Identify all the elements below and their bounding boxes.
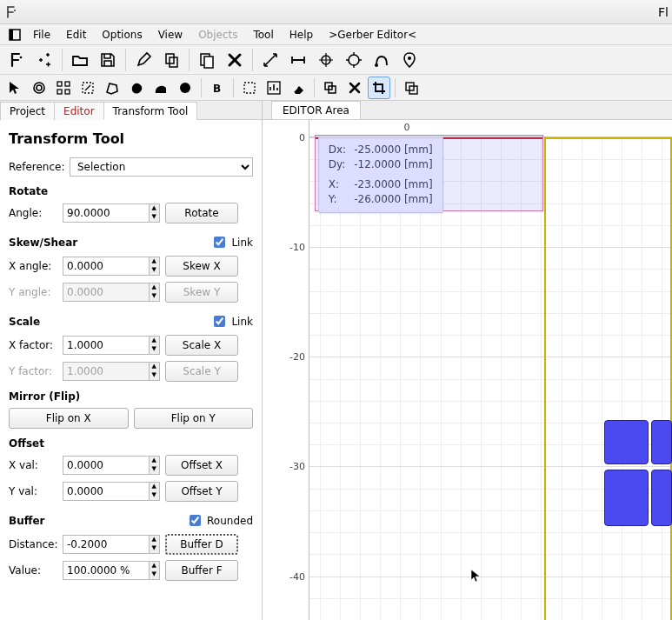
menu-options[interactable]: Options <box>95 26 149 43</box>
offset-title: Offset <box>9 437 253 450</box>
buffer-dist-input[interactable] <box>63 535 150 554</box>
coordinates-tooltip: Dx:-25.0000 [mm]Dy:-12.0000 [mm]X:-23.00… <box>318 137 443 213</box>
open-icon[interactable] <box>67 47 93 73</box>
locate-icon[interactable] <box>396 47 422 73</box>
svg-rect-2 <box>10 30 13 40</box>
svg-point-0 <box>14 10 16 11</box>
scale-link-check[interactable]: Link <box>210 313 253 330</box>
svg-rect-7 <box>204 57 213 68</box>
semicircle-icon[interactable] <box>150 77 172 99</box>
origin-icon[interactable] <box>313 47 339 73</box>
copy-icon[interactable] <box>158 47 184 73</box>
menu-tool[interactable]: Tool <box>246 26 280 43</box>
right-tabstrip: EDITOR Area <box>263 101 672 120</box>
buffer-d-button[interactable]: Buffer D <box>165 534 238 555</box>
menubar: File Edit Options View Objects Tool Help… <box>0 24 672 45</box>
polygon-icon[interactable] <box>101 77 123 99</box>
canvas[interactable]: 0-10-20-30-40 0 Dx:-25.0000 [mm]Dy:-12.0… <box>263 120 672 620</box>
reference-select[interactable]: Selection <box>70 157 253 177</box>
left-panel: Project Editor Transform Tool Transform … <box>0 101 263 620</box>
measure-icon[interactable] <box>285 47 311 73</box>
board-outline <box>544 137 672 620</box>
mirror-title: Mirror (Flip) <box>9 390 253 403</box>
menu-objects[interactable]: Objects <box>191 26 244 43</box>
angle-input[interactable] <box>63 203 150 223</box>
select-icon[interactable] <box>3 77 26 99</box>
menu-help[interactable]: Help <box>283 26 320 43</box>
tab-project[interactable]: Project <box>0 102 55 120</box>
new-sparkle-icon[interactable] <box>31 47 57 73</box>
menu-gerber-editor[interactable]: >Gerber Editor< <box>322 26 423 43</box>
skew-x-input[interactable] <box>63 257 150 276</box>
target-icon[interactable] <box>341 47 367 73</box>
save-icon[interactable] <box>95 47 121 73</box>
x-tick-label: 0 <box>403 122 409 133</box>
pad-rect <box>651 420 672 463</box>
bold-icon[interactable]: B <box>206 77 229 99</box>
svg-point-19 <box>180 83 190 93</box>
skew-y-button: Skew Y <box>165 282 238 303</box>
svg-point-9 <box>349 55 359 65</box>
skew-x-button[interactable]: Skew X <box>165 256 238 277</box>
y-tick-label: -30 <box>289 461 305 472</box>
panel-title: Transform Tool <box>9 130 253 147</box>
offset-y-button[interactable]: Offset Y <box>165 481 238 502</box>
buffer-val-label: Value: <box>9 564 57 577</box>
svg-point-13 <box>37 85 42 90</box>
disc-icon[interactable] <box>174 77 196 99</box>
pad-rect <box>604 420 649 463</box>
edit-icon[interactable] <box>130 47 156 73</box>
circle-tool-icon[interactable] <box>28 77 50 99</box>
menu-file[interactable]: File <box>26 26 57 43</box>
array-icon[interactable] <box>52 77 75 99</box>
svg-rect-21 <box>244 83 255 93</box>
offset-y-input[interactable] <box>63 482 150 501</box>
offset-x-input[interactable] <box>63 456 150 475</box>
scale-y-input <box>63 362 150 381</box>
path-icon[interactable] <box>369 47 395 73</box>
union-icon[interactable] <box>319 77 342 99</box>
gerber-icon[interactable] <box>3 47 30 73</box>
eraser-icon[interactable] <box>287 77 309 99</box>
left-tabstrip: Project Editor Transform Tool <box>0 101 262 120</box>
buffer-dist-label: Distance: <box>9 538 57 550</box>
delete-icon[interactable] <box>222 47 248 73</box>
menu-edit[interactable]: Edit <box>59 26 93 43</box>
svg-point-10 <box>375 63 378 67</box>
close-x-icon[interactable] <box>343 77 366 99</box>
marquee-icon[interactable] <box>238 77 261 99</box>
buffer-val-input[interactable] <box>63 561 150 580</box>
flip-x-button[interactable]: Flip on X <box>9 408 129 429</box>
svg-rect-14 <box>57 82 62 86</box>
tab-transform-tool[interactable]: Transform Tool <box>103 102 198 120</box>
offset-x-button[interactable]: Offset X <box>165 455 238 476</box>
tab-editor-area[interactable]: EDITOR Area <box>271 101 361 119</box>
svg-rect-16 <box>57 90 62 94</box>
skew-link-check[interactable]: Link <box>210 234 253 250</box>
skew-y-label: Y angle: <box>9 286 57 298</box>
scale-x-button[interactable]: Scale X <box>165 335 238 356</box>
region-icon[interactable] <box>77 77 99 99</box>
svg-rect-15 <box>65 82 70 86</box>
pad-rect <box>604 470 649 525</box>
distance-icon[interactable] <box>257 47 283 73</box>
scale-x-input[interactable] <box>63 336 150 355</box>
overlap-icon[interactable] <box>400 77 422 99</box>
buffer-rounded-check[interactable]: Rounded <box>186 512 253 529</box>
menu-view[interactable]: View <box>151 26 190 43</box>
skew-title: Skew/Shear <box>9 237 77 249</box>
menubar-toggle-icon[interactable] <box>5 29 24 41</box>
crop-icon[interactable] <box>368 77 390 99</box>
flip-y-button[interactable]: Flip on Y <box>134 408 254 429</box>
scale-x-label: X factor: <box>9 339 57 351</box>
buffer-f-button[interactable]: Buffer F <box>165 560 238 581</box>
tab-editor[interactable]: Editor <box>54 102 104 120</box>
toolbar-edit: B <box>0 75 672 101</box>
duplicate-icon[interactable] <box>194 47 220 73</box>
rotate-title: Rotate <box>9 185 253 197</box>
blob-icon[interactable] <box>125 77 148 99</box>
svg-rect-17 <box>65 90 70 94</box>
chart-icon[interactable] <box>263 77 285 99</box>
rotate-button[interactable]: Rotate <box>165 203 238 223</box>
scale-y-button: Scale Y <box>165 361 238 382</box>
